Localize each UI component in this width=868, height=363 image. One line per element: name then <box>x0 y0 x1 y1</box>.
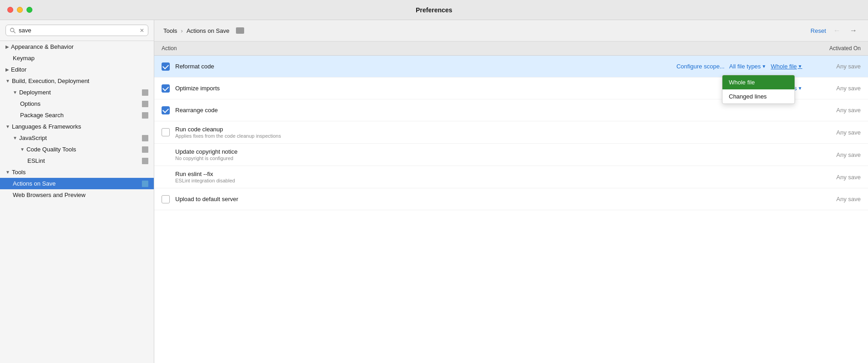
chevron-down-icon: ▼ <box>5 78 10 83</box>
chevron-right-icon: ▶ <box>5 67 9 72</box>
reset-button[interactable]: Reset <box>810 27 826 34</box>
row-main: Rearrange code <box>175 107 802 114</box>
sidebar-item-label: JavaScript <box>19 135 140 141</box>
run-code-cleanup-checkbox[interactable] <box>162 128 170 136</box>
sidebar-item-editor[interactable]: ▶ Editor <box>0 64 154 75</box>
sidebar-item-label: Options <box>20 100 140 107</box>
whole-file-label: Whole file <box>771 63 797 70</box>
col-action-header: Action <box>162 45 779 52</box>
sidebar-item-tools[interactable]: ▼ Tools <box>0 166 154 178</box>
table-header: Action Activated On <box>154 41 868 56</box>
sidebar-item-label: Build, Execution, Deployment <box>12 78 148 84</box>
optimize-imports-checkbox[interactable] <box>162 84 170 93</box>
reformat-code-checkbox[interactable] <box>162 62 170 71</box>
upload-default-server-checkbox[interactable] <box>162 195 170 203</box>
activated-on-value: Any save <box>806 85 861 92</box>
content-header: Tools › Actions on Save Reset ← → <box>154 20 868 41</box>
breadcrumb-icon <box>236 27 244 34</box>
settings-icon <box>142 135 148 141</box>
file-types-label: All file types <box>729 63 761 70</box>
row-title: Rearrange code <box>175 107 218 114</box>
traffic-lights <box>7 7 32 13</box>
row-main: Upload to default server <box>175 196 802 202</box>
table-row: Reformat code Configure scope... All fil… <box>154 56 868 78</box>
configure-scope-button[interactable]: Configure scope... <box>676 63 725 70</box>
row-main: Run code cleanup Applies fixes from the … <box>175 126 802 139</box>
sidebar-item-code-quality-tools[interactable]: ▼ Code Quality Tools <box>0 144 154 155</box>
whole-file-button[interactable]: Whole file ▼ <box>771 63 802 70</box>
sidebar-item-languages-frameworks[interactable]: ▼ Languages & Frameworks <box>0 121 154 132</box>
forward-button[interactable]: → <box>848 26 859 36</box>
sidebar-item-eslint[interactable]: ESLint <box>0 155 154 166</box>
maximize-button[interactable] <box>26 7 32 13</box>
sidebar-item-label: Actions on Save <box>13 180 140 187</box>
settings-icon <box>142 89 148 96</box>
sidebar-tree: ▶ Appearance & Behavior Keymap ▶ Editor … <box>0 41 154 201</box>
sidebar-item-web-browsers-preview[interactable]: Web Browsers and Preview <box>0 189 154 201</box>
row-subtitle: No copyright is configured <box>175 156 802 161</box>
activated-on-value: Any save <box>806 63 861 70</box>
search-icon <box>10 27 16 34</box>
activated-on-value: Any save <box>806 129 861 136</box>
settings-icon <box>142 101 148 107</box>
search-bar: ✕ <box>0 20 154 41</box>
row-title: Upload to default server <box>175 196 802 202</box>
sidebar-item-actions-on-save[interactable]: Actions on Save <box>0 178 154 189</box>
sidebar-item-label: Code Quality Tools <box>26 146 140 153</box>
table-row: Run code cleanup Applies fixes from the … <box>154 121 868 144</box>
rearrange-code-checkbox[interactable] <box>162 106 170 114</box>
close-button[interactable] <box>7 7 13 13</box>
sidebar: ✕ ▶ Appearance & Behavior Keymap ▶ Edito… <box>0 20 154 363</box>
dropdown-item-whole-file[interactable]: Whole file <box>722 75 795 89</box>
header-actions: Reset ← → <box>810 26 859 36</box>
chevron-down-icon: ▼ <box>5 124 10 129</box>
settings-table: Action Activated On Reformat code Config… <box>154 41 868 363</box>
titlebar: Preferences <box>0 0 868 20</box>
breadcrumb-separator: › <box>181 27 183 34</box>
whole-file-dropdown: Whole file Changed lines <box>722 75 795 104</box>
row-main: Optimize imports <box>175 85 765 92</box>
search-clear-button[interactable]: ✕ <box>140 28 144 33</box>
sidebar-item-label: Tools <box>12 169 148 176</box>
sidebar-item-label: Package Search <box>20 112 140 119</box>
row-main: Run eslint --fix ESLint integration disa… <box>175 171 802 183</box>
dropdown-item-changed-lines[interactable]: Changed lines <box>722 89 795 104</box>
sidebar-item-options[interactable]: Options <box>0 98 154 109</box>
main-container: ✕ ▶ Appearance & Behavior Keymap ▶ Edito… <box>0 20 868 363</box>
activated-on-value: Any save <box>806 196 861 202</box>
settings-icon <box>142 158 148 164</box>
svg-line-1 <box>14 31 16 33</box>
sidebar-item-label: Keymap <box>13 55 148 62</box>
settings-icon <box>142 181 148 187</box>
row-title: Run eslint --fix <box>175 171 802 177</box>
minimize-button[interactable] <box>17 7 23 13</box>
table-row: Update copyright notice No copyright is … <box>154 144 868 166</box>
sidebar-item-keymap[interactable]: Keymap <box>0 52 154 64</box>
row-main: Update copyright notice No copyright is … <box>175 148 802 161</box>
back-button[interactable]: ← <box>831 26 842 36</box>
row-main: Reformat code <box>175 63 676 70</box>
sidebar-item-appearance-behavior[interactable]: ▶ Appearance & Behavior <box>0 41 154 52</box>
search-input[interactable] <box>19 27 137 34</box>
sidebar-item-label: Languages & Frameworks <box>12 123 148 130</box>
breadcrumb-current: Actions on Save <box>187 27 230 34</box>
sidebar-item-javascript[interactable]: ▼ JavaScript <box>0 132 154 144</box>
file-types-button[interactable]: All file types ▼ <box>729 63 766 70</box>
row-title: Run code cleanup <box>175 126 802 133</box>
sidebar-item-package-search[interactable]: Package Search <box>0 109 154 121</box>
table-row: Upload to default server Any save <box>154 188 868 210</box>
chevron-down-icon: ▼ <box>13 135 17 140</box>
table-row: Run eslint --fix ESLint integration disa… <box>154 166 868 188</box>
sidebar-item-label: Web Browsers and Preview <box>13 192 148 198</box>
content-area: Tools › Actions on Save Reset ← → Action… <box>154 20 868 363</box>
window-title: Preferences <box>416 6 452 14</box>
dropdown-chevron-icon: ▼ <box>798 86 802 91</box>
activated-on-value: Any save <box>806 174 861 181</box>
dropdown-chevron-icon: ▼ <box>762 64 766 69</box>
sidebar-item-label: ESLint <box>27 157 140 164</box>
chevron-down-icon: ▼ <box>20 147 25 152</box>
sidebar-item-build-execution-deployment[interactable]: ▼ Build, Execution, Deployment <box>0 75 154 87</box>
settings-icon <box>142 146 148 153</box>
chevron-down-icon: ▼ <box>13 90 17 95</box>
sidebar-item-deployment[interactable]: ▼ Deployment <box>0 87 154 98</box>
